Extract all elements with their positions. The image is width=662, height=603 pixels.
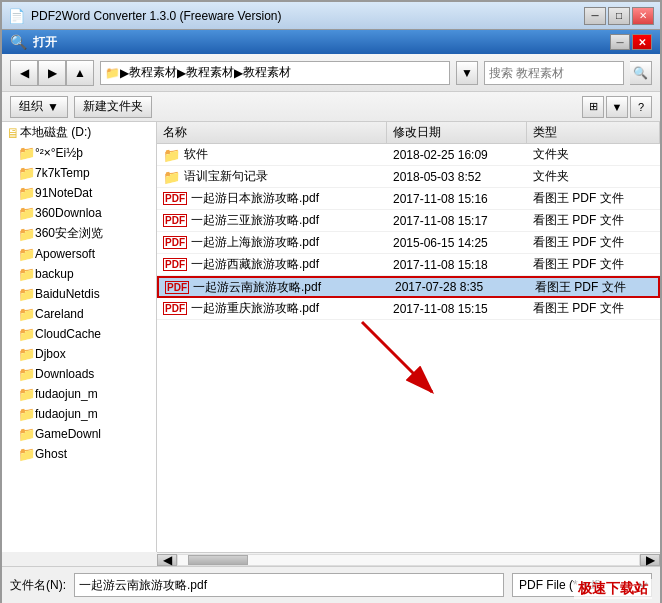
sidebar-item-4[interactable]: 📁 360安全浏览	[2, 223, 156, 244]
folder-icon: 📁	[18, 326, 35, 342]
scroll-thumb[interactable]	[188, 555, 248, 565]
path-sep3: ▶	[234, 66, 243, 80]
sidebar-item-downloads[interactable]: 📁 Downloads	[2, 364, 156, 384]
folder-icon: 📁	[163, 147, 180, 163]
help-btn[interactable]: ?	[630, 96, 652, 118]
maximize-btn[interactable]: □	[608, 7, 630, 25]
search-btn[interactable]: 🔍	[630, 61, 652, 85]
folder-icon: 📁	[18, 145, 35, 161]
up-btn[interactable]: ▲	[66, 60, 94, 86]
app-icon: 📄	[8, 8, 25, 24]
file-type: 看图王 PDF 文件	[527, 190, 660, 207]
horizontal-scrollbar[interactable]: ◀ ▶	[157, 552, 660, 566]
sidebar-item-2[interactable]: 📁 91NoteDat	[2, 183, 156, 203]
file-type: 看图王 PDF 文件	[527, 212, 660, 229]
table-row[interactable]: PDF 一起游日本旅游攻略.pdf 2017-11-08 15:16 看图王 P…	[157, 188, 660, 210]
forward-btn[interactable]: ▶	[38, 60, 66, 86]
table-row[interactable]: 📁 软件 2018-02-25 16:09 文件夹	[157, 144, 660, 166]
search-input[interactable]	[489, 66, 619, 80]
organize-dropdown-icon: ▼	[47, 100, 59, 114]
dialog-window-controls: ─ ✕	[610, 34, 652, 50]
file-date: 2017-11-08 15:18	[387, 258, 527, 272]
main-content: 🖥 本地磁盘 (D:) 📁 °²×°Ei½þ 📁 7k7kTemp 📁 91No…	[2, 122, 660, 552]
nav-toolbar: ◀ ▶ ▲ 📁 ▶ 教程素材 ▶ 教程素材 ▶ 教程素材 ▼ 🔍	[2, 54, 660, 92]
table-row[interactable]: 📁 语训宝新句记录 2018-05-03 8:52 文件夹	[157, 166, 660, 188]
path-bar[interactable]: 📁 ▶ 教程素材 ▶ 教程素材 ▶ 教程素材	[100, 61, 450, 85]
sidebar-item-label: 360安全浏览	[35, 225, 103, 242]
folder-icon: 📁	[18, 226, 35, 242]
folder-icon: 📁	[163, 169, 180, 185]
sidebar-item-label: 7k7kTemp	[35, 166, 90, 180]
folder-icon: 📁	[18, 185, 35, 201]
app-window-controls: ─ □ ✕	[584, 7, 654, 25]
table-row-selected[interactable]: PDF 一起游云南旅游攻略.pdf 2017-07-28 8:35 看图王 PD…	[157, 276, 660, 298]
header-type[interactable]: 类型	[527, 122, 660, 143]
organize-label: 组织	[19, 98, 43, 115]
sidebar-item-label: 360Downloa	[35, 206, 102, 220]
view-controls: ⊞ ▼ ?	[582, 96, 652, 118]
folder-icon: 📁	[18, 165, 35, 181]
sidebar-item-localdisk[interactable]: 🖥 本地磁盘 (D:)	[2, 122, 156, 143]
sidebar-item-6[interactable]: 📁 backup	[2, 264, 156, 284]
dialog-title: 打开	[33, 34, 610, 51]
pdf-icon: PDF	[163, 236, 187, 249]
sidebar-item-7[interactable]: 📁 BaiduNetdis	[2, 284, 156, 304]
folder-icon: 📁	[18, 346, 35, 362]
sidebar-item-3[interactable]: 📁 360Downloa	[2, 203, 156, 223]
pdf-icon: PDF	[165, 281, 189, 294]
sidebar-item-label: 91NoteDat	[35, 186, 92, 200]
sidebar-item-label: Careland	[35, 307, 84, 321]
close-app-btn[interactable]: ✕	[632, 7, 654, 25]
sidebar-item-5[interactable]: 📁 Apowersoft	[2, 244, 156, 264]
folder-icon: 📁	[18, 386, 35, 402]
back-btn[interactable]: ◀	[10, 60, 38, 86]
sidebar-item-12[interactable]: 📁 fudaojun_m	[2, 404, 156, 424]
dialog-close-btn[interactable]: ✕	[632, 34, 652, 50]
file-name: 一起游上海旅游攻略.pdf	[191, 234, 319, 251]
sidebar: 🖥 本地磁盘 (D:) 📁 °²×°Ei½þ 📁 7k7kTemp 📁 91No…	[2, 122, 157, 552]
path-sep2: ▶	[177, 66, 186, 80]
sidebar-item-label: fudaojun_m	[35, 407, 98, 421]
path-dropdown-btn[interactable]: ▼	[456, 61, 478, 85]
sidebar-item-9[interactable]: 📁 CloudCache	[2, 324, 156, 344]
path-part1: 📁	[105, 66, 120, 80]
pdf-icon: PDF	[163, 258, 187, 271]
sidebar-item-10[interactable]: 📁 Djbox	[2, 344, 156, 364]
sidebar-item-0[interactable]: 📁 °²×°Ei½þ	[2, 143, 156, 163]
folder-icon: 📁	[18, 446, 35, 462]
sidebar-item-label: fudaojun_m	[35, 387, 98, 401]
dialog-minimize-btn[interactable]: ─	[610, 34, 630, 50]
view-toggle-btn[interactable]: ⊞	[582, 96, 604, 118]
header-date[interactable]: 修改日期	[387, 122, 527, 143]
file-list-header: 名称 修改日期 类型	[157, 122, 660, 144]
sidebar-item-1[interactable]: 📁 7k7kTemp	[2, 163, 156, 183]
file-list-area: 名称 修改日期 类型 📁 软件 2018-02-25 16:09 文件夹 📁 语…	[157, 122, 660, 552]
table-row[interactable]: PDF 一起游西藏旅游攻略.pdf 2017-11-08 15:18 看图王 P…	[157, 254, 660, 276]
scroll-right-btn[interactable]: ▶	[640, 554, 660, 566]
folder-icon: 📁	[18, 426, 35, 442]
table-row[interactable]: PDF 一起游重庆旅游攻略.pdf 2017-11-08 15:15 看图王 P…	[157, 298, 660, 320]
sidebar-item-8[interactable]: 📁 Careland	[2, 304, 156, 324]
minimize-btn[interactable]: ─	[584, 7, 606, 25]
sidebar-item-11[interactable]: 📁 fudaojun_m	[2, 384, 156, 404]
table-row[interactable]: PDF 一起游上海旅游攻略.pdf 2015-06-15 14:25 看图王 P…	[157, 232, 660, 254]
header-name[interactable]: 名称	[157, 122, 387, 143]
file-type: 看图王 PDF 文件	[527, 300, 660, 317]
sidebar-item-13[interactable]: 📁 GameDownl	[2, 424, 156, 444]
sidebar-item-label: Djbox	[35, 347, 66, 361]
folder-icon: 📁	[18, 366, 35, 382]
sidebar-item-ghost[interactable]: 📁 Ghost	[2, 444, 156, 464]
file-date: 2017-07-28 8:35	[389, 280, 529, 294]
sidebar-item-label: Apowersoft	[35, 247, 95, 261]
new-folder-label: 新建文件夹	[83, 98, 143, 115]
table-row[interactable]: PDF 一起游三亚旅游攻略.pdf 2017-11-08 15:17 看图王 P…	[157, 210, 660, 232]
scroll-track	[177, 554, 640, 566]
file-type: 看图王 PDF 文件	[527, 256, 660, 273]
new-folder-btn[interactable]: 新建文件夹	[74, 96, 152, 118]
folder-icon: 🖥	[6, 125, 20, 141]
scroll-left-btn[interactable]: ◀	[157, 554, 177, 566]
file-date: 2018-02-25 16:09	[387, 148, 527, 162]
view-dropdown-btn[interactable]: ▼	[606, 96, 628, 118]
organize-btn[interactable]: 组织 ▼	[10, 96, 68, 118]
filename-input[interactable]	[74, 573, 504, 597]
